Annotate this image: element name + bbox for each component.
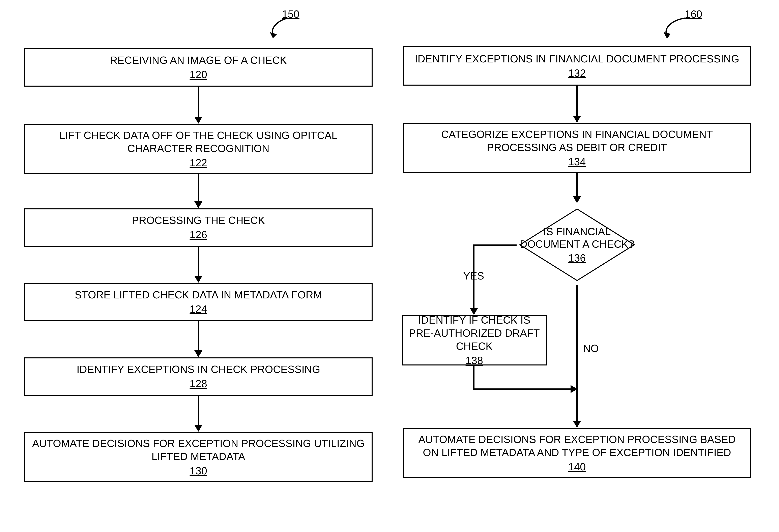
arrowhead-down-icon: [194, 350, 202, 357]
step-124-store-metadata: STORE LIFTED CHECK DATA IN METADATA FORM…: [24, 283, 373, 321]
step-126-process-check: PROCESSING THE CHECK 126: [24, 209, 373, 247]
connector: [198, 396, 199, 426]
svg-marker-1: [664, 32, 671, 38]
step-120-label: RECEIVING AN IMAGE OF A CHECK: [110, 54, 287, 67]
connector: [198, 247, 199, 277]
step-126-ref: 126: [190, 228, 207, 241]
step-122-label: LIFT CHECK DATA OFF OF THE CHECK USING O…: [31, 129, 366, 155]
arrowhead-down-icon: [194, 117, 202, 124]
step-134-ref: 134: [568, 155, 586, 168]
connector: [198, 86, 199, 118]
step-130-ref: 130: [190, 464, 207, 477]
step-120-receive-image: RECEIVING AN IMAGE OF A CHECK 120: [24, 48, 373, 86]
edge-label-no: NO: [583, 342, 599, 354]
connector: [577, 173, 578, 197]
step-122-ocr-lift: LIFT CHECK DATA OFF OF THE CHECK USING O…: [24, 124, 373, 174]
edge-label-yes: YES: [463, 270, 484, 282]
step-122-ref: 122: [190, 156, 207, 169]
decision-136-line2: DOCUMENT A CHECK?: [520, 238, 634, 250]
connector: [577, 85, 578, 117]
decision-136-ref: 136: [520, 251, 634, 264]
step-134-label: CATEGORIZE EXCEPTIONS IN FINANCIAL DOCUM…: [410, 128, 744, 154]
step-132-identify-exceptions: IDENTIFY EXCEPTIONS IN FINANCIAL DOCUMEN…: [403, 46, 751, 85]
pointer-arrow-150: [266, 16, 294, 38]
connector: [473, 244, 517, 246]
step-138-ref: 138: [466, 354, 483, 367]
arrowhead-down-icon: [194, 201, 202, 208]
arrowhead-down-icon: [194, 425, 202, 432]
step-120-ref: 120: [190, 68, 207, 81]
pointer-arrow-160: [659, 16, 691, 38]
arrowhead-down-icon: [573, 116, 581, 123]
arrowhead-down-icon: [573, 196, 581, 203]
step-132-label: IDENTIFY EXCEPTIONS IN FINANCIAL DOCUMEN…: [415, 52, 739, 65]
step-140-automate-decisions: AUTOMATE DECISIONS FOR EXCEPTION PROCESS…: [403, 428, 751, 478]
step-132-ref: 132: [568, 67, 586, 80]
step-134-categorize-exceptions: CATEGORIZE EXCEPTIONS IN FINANCIAL DOCUM…: [403, 123, 751, 173]
step-140-ref: 140: [568, 460, 586, 473]
step-138-label: IDENTIFY IF CHECK IS PRE-AUTHORIZED DRAF…: [409, 313, 540, 353]
connector: [198, 174, 199, 202]
arrowhead-down-icon: [194, 276, 202, 283]
arrowhead-right-icon: [571, 385, 578, 393]
step-124-ref: 124: [190, 303, 207, 316]
canvas: 150 RECEIVING AN IMAGE OF A CHECK 120 LI…: [0, 0, 779, 532]
step-126-label: PROCESSING THE CHECK: [132, 214, 265, 227]
step-140-label: AUTOMATE DECISIONS FOR EXCEPTION PROCESS…: [410, 433, 744, 459]
step-138-preauthorized-check: IDENTIFY IF CHECK IS PRE-AUTHORIZED DRAF…: [402, 315, 547, 365]
decision-136-line1: IS FINANCIAL: [520, 225, 634, 238]
connector: [473, 389, 572, 390]
step-128-label: IDENTIFY EXCEPTIONS IN CHECK PROCESSING: [76, 363, 320, 376]
svg-marker-0: [270, 32, 277, 38]
step-128-identify-exceptions: IDENTIFY EXCEPTIONS IN CHECK PROCESSING …: [24, 357, 373, 396]
step-130-label: AUTOMATE DECISIONS FOR EXCEPTION PROCESS…: [31, 437, 366, 463]
step-130-automate-decisions: AUTOMATE DECISIONS FOR EXCEPTION PROCESS…: [24, 432, 373, 482]
connector: [198, 321, 199, 351]
arrowhead-down-icon: [573, 421, 581, 428]
connector: [473, 365, 475, 390]
decision-136-is-check: IS FINANCIAL DOCUMENT A CHECK? 136: [516, 203, 639, 286]
step-128-ref: 128: [190, 377, 207, 390]
step-124-label: STORE LIFTED CHECK DATA IN METADATA FORM: [75, 288, 322, 301]
connector: [577, 285, 578, 422]
